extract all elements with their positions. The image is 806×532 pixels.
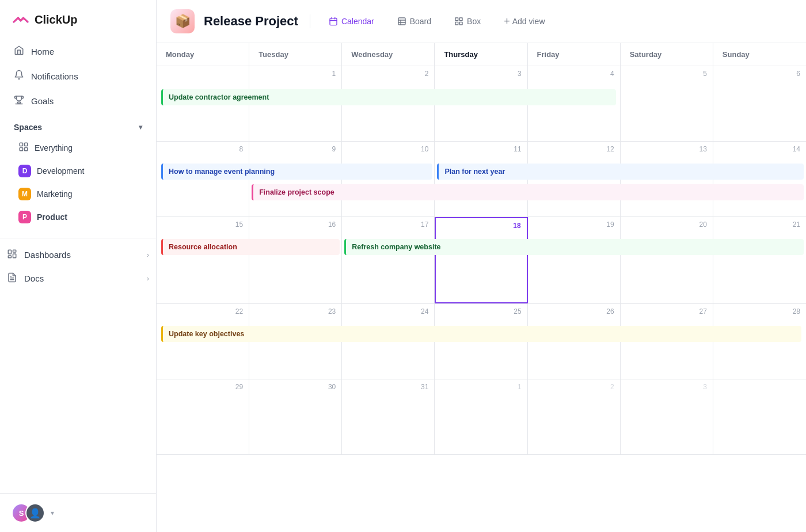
event-manage-event-planning[interactable]: How to manage event planning	[161, 164, 432, 180]
day-header-sat: Saturday	[621, 43, 713, 66]
logo-area: ClickUp	[0, 0, 156, 39]
development-badge: D	[18, 165, 31, 177]
day-header-thu: Thursday	[435, 43, 527, 66]
day-header-wed: Wednesday	[342, 43, 435, 66]
day-header-mon: Monday	[157, 43, 249, 66]
everything-label: Everything	[35, 143, 73, 153]
dashboards-label: Dashboards	[24, 250, 71, 260]
sidebar-item-goals[interactable]: Goals	[7, 89, 149, 113]
development-label: Development	[37, 166, 85, 176]
event-plan-next-year[interactable]: Plan for next year	[437, 164, 804, 180]
event-label: How to manage event planning	[169, 168, 275, 176]
spaces-list: Everything D Development M Marketing P P…	[0, 136, 156, 229]
cell-w0-sun[interactable]: 6	[713, 66, 806, 141]
event-label: Finalize project scope	[259, 188, 334, 196]
cell-w4-sun[interactable]	[713, 379, 806, 454]
bell-icon	[14, 70, 24, 83]
cell-w4-wed[interactable]: 31	[342, 379, 435, 454]
event-update-contractor[interactable]: Update contractor agreement	[161, 89, 616, 105]
everything-grid-icon	[18, 142, 29, 154]
cell-w4-tue[interactable]: 30	[249, 379, 342, 454]
svg-rect-3	[25, 148, 28, 151]
calendar-icon	[329, 17, 338, 26]
event-update-key-objectives[interactable]: Update key objectives	[161, 326, 801, 342]
trophy-icon	[14, 94, 24, 108]
calendar-week-2: 15 16 17 18 19 20 21 Resource allocation…	[157, 217, 806, 304]
cell-w2-fri[interactable]: 19	[528, 217, 621, 303]
svg-rect-6	[13, 254, 16, 258]
avatar-person: 👤	[25, 503, 45, 523]
svg-rect-10	[330, 18, 337, 25]
cell-w2-tue[interactable]: 16	[249, 217, 342, 303]
cell-w2-thu[interactable]: 18	[435, 217, 527, 303]
sidebar-item-docs[interactable]: Docs ›	[0, 267, 156, 290]
event-label: Update contractor agreement	[169, 93, 269, 101]
user-dropdown-arrow[interactable]: ▾	[51, 509, 54, 517]
cell-w0-sat[interactable]: 5	[621, 66, 713, 141]
main-content: 📦 Release Project Calendar Board Box + A…	[157, 0, 806, 532]
event-label: Refresh company website	[352, 243, 440, 251]
cell-w2-mon[interactable]: 15	[157, 217, 249, 303]
project-title: Release Project	[204, 14, 298, 29]
event-refresh-website[interactable]: Refresh company website	[344, 239, 804, 255]
day-header-fri: Friday	[528, 43, 621, 66]
board-tab-label: Board	[410, 17, 431, 26]
calendar-week-0: 1 2 3 4 5 6 Update contractor agreement	[157, 66, 806, 142]
cell-w2-sat[interactable]: 20	[621, 217, 713, 303]
cell-w2-sun[interactable]: 21	[713, 217, 806, 303]
event-finalize-project-scope[interactable]: Finalize project scope	[252, 184, 804, 200]
spaces-chevron-icon: ▾	[139, 123, 142, 131]
notifications-label: Notifications	[31, 71, 78, 81]
app-name: ClickUp	[35, 13, 77, 26]
sidebar-item-everything[interactable]: Everything	[5, 136, 151, 159]
calendar-view: Monday Tuesday Wednesday Thursday Friday…	[157, 43, 806, 532]
svg-rect-20	[459, 22, 462, 25]
page-header: 📦 Release Project Calendar Board Box + A…	[157, 0, 806, 43]
svg-rect-7	[8, 256, 11, 258]
docs-icon	[7, 272, 17, 284]
board-icon	[397, 17, 406, 26]
sidebar-item-development[interactable]: D Development	[5, 159, 151, 183]
dashboards-chevron-icon: ›	[147, 250, 149, 259]
calendar-week-4: 29 30 31 1 2 3	[157, 379, 806, 455]
marketing-label: Marketing	[37, 189, 72, 199]
calendar-week-1: 8 9 10 11 12 13 14 How to manage event p…	[157, 142, 806, 217]
product-label: Product	[37, 212, 67, 222]
add-view-label: Add view	[512, 17, 545, 26]
svg-rect-0	[20, 143, 22, 146]
day-header-tue: Tuesday	[249, 43, 342, 66]
svg-rect-18	[455, 18, 458, 21]
tab-board[interactable]: Board	[390, 13, 438, 29]
sidebar-item-product[interactable]: P Product	[5, 206, 151, 229]
spaces-section-header[interactable]: Spaces ▾	[0, 113, 156, 136]
product-badge: P	[18, 211, 31, 223]
cell-w4-thu[interactable]: 1	[435, 379, 527, 454]
event-label: Resource allocation	[169, 243, 237, 251]
user-avatars: S 👤	[12, 503, 45, 523]
svg-rect-21	[455, 22, 458, 25]
cell-w4-fri[interactable]: 2	[528, 379, 621, 454]
home-icon	[14, 45, 24, 58]
cell-w2-wed[interactable]: 17	[342, 217, 435, 303]
event-resource-allocation[interactable]: Resource allocation	[161, 239, 340, 255]
svg-rect-4	[8, 250, 11, 254]
sidebar-item-marketing[interactable]: M Marketing	[5, 183, 151, 206]
box-tab-label: Box	[467, 17, 481, 26]
bottom-sections: Dashboards › Docs ›	[0, 238, 156, 290]
day-header-sun: Sunday	[713, 43, 806, 66]
cell-w4-mon[interactable]: 29	[157, 379, 249, 454]
header-divider	[310, 14, 310, 28]
dashboards-icon	[7, 249, 17, 261]
sidebar-item-home[interactable]: Home	[7, 39, 149, 64]
sidebar-item-dashboards[interactable]: Dashboards ›	[0, 243, 156, 267]
cell-w4-sat[interactable]: 3	[621, 379, 713, 454]
calendar-week-3: 22 23 24 25 26 27 28 Update key objectiv…	[157, 304, 806, 379]
clickup-logo-icon	[12, 10, 30, 29]
add-view-button[interactable]: + Add view	[497, 12, 552, 31]
tab-box[interactable]: Box	[447, 13, 488, 29]
sidebar-item-notifications[interactable]: Notifications	[7, 64, 149, 89]
goals-label: Goals	[31, 96, 54, 106]
sidebar: ClickUp Home Notifications Goals Spaces …	[0, 0, 157, 532]
svg-rect-19	[459, 18, 462, 21]
tab-calendar[interactable]: Calendar	[322, 13, 381, 29]
